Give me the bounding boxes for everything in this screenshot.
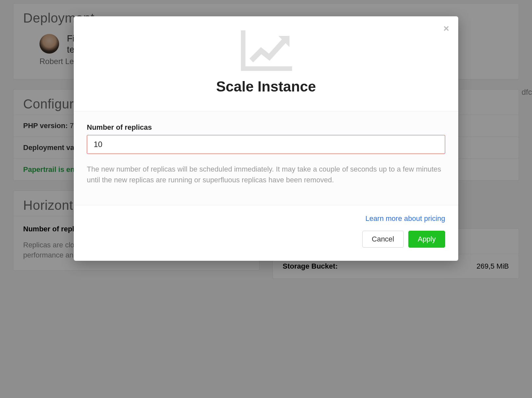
modal-title: Scale Instance	[87, 78, 445, 95]
apply-button[interactable]: Apply	[408, 231, 445, 248]
replicas-input-label: Number of replicas	[87, 123, 445, 132]
learn-more-link[interactable]: Learn more about pricing	[87, 214, 445, 223]
chart-up-icon	[240, 29, 292, 72]
modal-overlay[interactable]: × Scale Instance Number of replicas The …	[0, 0, 532, 398]
cancel-button[interactable]: Cancel	[362, 231, 403, 248]
close-icon[interactable]: ×	[443, 24, 449, 33]
scale-instance-modal: × Scale Instance Number of replicas The …	[74, 16, 458, 261]
replicas-input[interactable]	[87, 135, 445, 154]
replicas-help-text: The new number of replicas will be sched…	[87, 164, 445, 185]
